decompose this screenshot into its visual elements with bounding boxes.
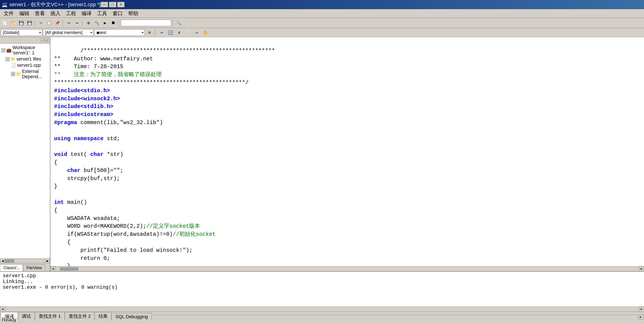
sidebar-scroll-thumb[interactable] — [5, 259, 14, 263]
output-line: Linking... — [3, 279, 641, 284]
code-scroll-left[interactable]: ◀ — [50, 266, 56, 271]
menu-item-编辑[interactable]: 编辑 — [16, 9, 32, 18]
project-label: server1 files — [16, 56, 41, 62]
new-button[interactable]: 📄 — [1, 19, 9, 27]
toolbar-scope: [Globals] [All global members] ◆test ⚙ ↩… — [0, 28, 644, 37]
menu-item-工程[interactable]: 工程 — [63, 9, 79, 18]
build-button[interactable]: 🔨 — [93, 19, 101, 27]
window-controls: ─ □ × — [101, 2, 124, 7]
menu-bar: 文件编辑查看插入工程编译工具窗口帮助 — [0, 9, 644, 18]
output-panel: server1.cppLinking...server1.exe - 0 err… — [0, 271, 644, 315]
title-bar: 💻 server1 - 创天中文VC++ - [server1.cpp *] ─… — [0, 0, 644, 9]
toolbar-sep-5 — [172, 20, 174, 26]
output-scroll-left[interactable]: ◀ — [0, 307, 5, 312]
title-text: server1 - 创天中文VC++ - [server1.cpp *] — [10, 1, 101, 8]
debug-btn2[interactable]: 🔢 — [167, 29, 174, 37]
workspace-root[interactable]: − 💼 Workspace 'server1': 1 — [1, 45, 49, 56]
external-depend-node[interactable]: + 📁 External Depend... — [1, 68, 49, 80]
output-scroll-track — [5, 308, 639, 311]
code-hscroll: ◀ ▶ — [50, 266, 644, 271]
sidebar: ─ × − 💼 Workspace 'server1': 1 − 📁 serve… — [0, 37, 50, 271]
toolbar-sep-2 — [62, 20, 64, 26]
classview-tab[interactable]: ClassV... — [0, 264, 23, 271]
output-tab-5[interactable]: SQL Debugging — [112, 313, 152, 320]
menu-item-查看[interactable]: 查看 — [32, 9, 48, 18]
output-content: server1.cppLinking...server1.exe - 0 err… — [0, 272, 644, 306]
toolbar-main: 📄 📂 💾 💾 ✂ 📋 📌 ↩ ↪ ⚙ 🔨 ▶ ⏹ 🔍 — [0, 18, 644, 28]
debug-btn1[interactable]: ↩ — [158, 29, 166, 37]
open-button[interactable]: 📂 — [9, 19, 17, 27]
sidebar-minimize-btn[interactable]: ─ — [40, 39, 44, 42]
menu-item-工具[interactable]: 工具 — [94, 9, 110, 18]
debug-btn4[interactable]: ❕ — [184, 29, 192, 37]
sidebar-tabs: ClassV... FileView — [0, 263, 50, 271]
toolbar-sep-3 — [82, 20, 84, 26]
toolbar-sep-1 — [34, 20, 36, 26]
save-all-button[interactable]: 💾 — [26, 19, 34, 27]
sidebar-scroll-right[interactable]: ▶ — [45, 258, 50, 263]
project-expand-icon[interactable]: − — [6, 57, 10, 61]
members-dropdown[interactable]: [All global members] — [43, 29, 94, 36]
project-node[interactable]: − 📁 server1 files — [1, 56, 49, 62]
debug-btn5[interactable]: ⇒ — [193, 29, 200, 37]
menu-item-窗口[interactable]: 窗口 — [110, 9, 126, 18]
output-scroll-right[interactable]: ▶ — [639, 307, 644, 312]
sidebar-title-bar: ─ × — [0, 37, 50, 44]
output-tab-4[interactable]: 结果 — [94, 312, 112, 320]
workspace-expand-icon[interactable]: − — [1, 48, 6, 52]
menu-item-编译[interactable]: 编译 — [79, 9, 94, 18]
stop-button[interactable]: ⏹ — [110, 19, 117, 27]
sidebar-content: − 💼 Workspace 'server1': 1 − 📁 server1 f… — [0, 44, 50, 258]
status-text: Ready — [2, 317, 16, 323]
app-icon: 💻 — [2, 2, 8, 7]
save-button[interactable]: 💾 — [18, 19, 25, 27]
menu-item-插入[interactable]: 插入 — [48, 9, 63, 18]
copy-button[interactable]: 📋 — [45, 19, 53, 27]
workspace-label: Workspace 'server1': 1 — [12, 45, 48, 56]
sidebar-scroll-left[interactable]: ◀ — [0, 258, 5, 263]
function-dropdown[interactable]: ◆test — [94, 29, 145, 36]
scope-dropdown[interactable]: [Globals] — [1, 29, 42, 36]
sidebar-close-btn[interactable]: × — [45, 39, 49, 42]
maximize-button[interactable]: □ — [109, 2, 116, 7]
code-scroll-right[interactable]: ▶ — [639, 266, 644, 271]
toolbar2-btn1[interactable]: ⚙ — [146, 29, 154, 37]
compile-button[interactable]: ⚙ — [85, 19, 92, 27]
toolbar-sep-4 — [118, 20, 120, 26]
undo-button[interactable]: ↩ — [65, 19, 73, 27]
output-tab-2[interactable]: 查找文件 1 — [35, 312, 65, 320]
code-scroll-thumb[interactable] — [60, 267, 78, 271]
tb2-sep — [155, 29, 156, 36]
minimize-button[interactable]: ─ — [101, 2, 108, 7]
close-button[interactable]: × — [117, 2, 124, 7]
file-node[interactable]: 📄 server1.cpp — [1, 62, 49, 68]
file-label: server1.cpp — [17, 63, 41, 68]
output-line: server1.cpp — [3, 273, 641, 279]
debug-btn3[interactable]: ✗ — [175, 29, 183, 37]
find-button[interactable]: 🔍 — [175, 19, 183, 27]
paste-button[interactable]: 📌 — [54, 19, 61, 27]
sidebar-scroll-track — [5, 259, 45, 263]
code-panel: /***************************************… — [50, 37, 644, 271]
external-expand-icon[interactable]: + — [11, 72, 15, 76]
output-tab-3[interactable]: 查找文件 2 — [65, 312, 95, 320]
output-line: server1.exe - 0 error(s), 0 warning(s) — [3, 284, 641, 290]
menu-item-帮助[interactable]: 帮助 — [126, 9, 141, 18]
code-editor[interactable]: /***************************************… — [50, 37, 644, 266]
main-area: ─ × − 💼 Workspace 'server1': 1 − 📁 serve… — [0, 37, 644, 271]
debug-btn6[interactable]: 🖐 — [202, 29, 209, 37]
code-scroll-track — [56, 267, 639, 271]
sidebar-hscroll: ◀ ▶ — [0, 258, 50, 263]
output-hscroll: ◀ ▶ — [0, 306, 644, 312]
cut-button[interactable]: ✂ — [37, 19, 45, 27]
external-label: External Depend... — [22, 69, 48, 79]
menu-item-文件[interactable]: 文件 — [1, 9, 16, 18]
search-dropdown[interactable] — [121, 20, 171, 26]
code-content: /***************************************… — [50, 37, 644, 266]
redo-button[interactable]: ↪ — [73, 19, 81, 27]
run-button[interactable]: ▶ — [101, 19, 109, 27]
tab-scroll-right[interactable]: ▶ — [638, 314, 643, 319]
fileview-tab[interactable]: FileView — [23, 264, 45, 271]
output-tab-1[interactable]: 调试 — [18, 312, 35, 320]
